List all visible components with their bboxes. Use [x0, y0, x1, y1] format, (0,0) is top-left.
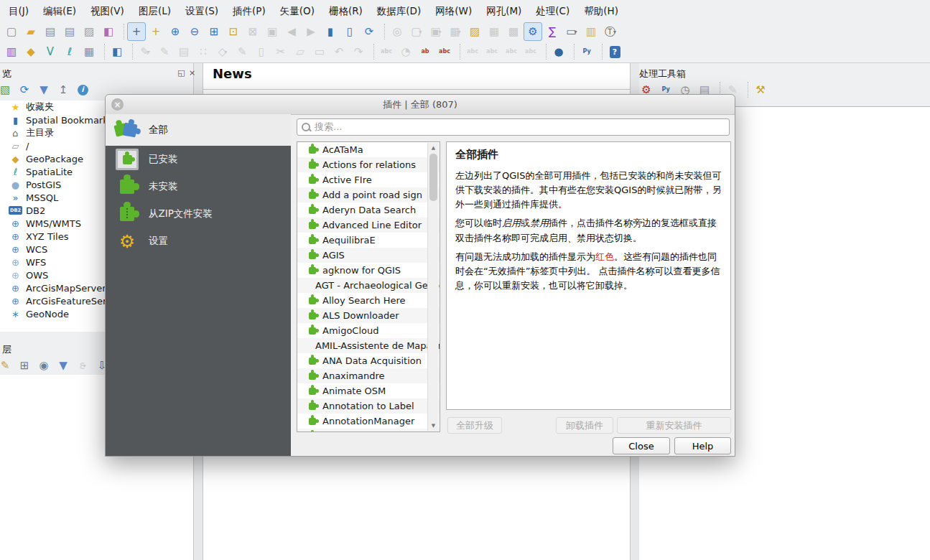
new-geopackage-icon[interactable]: ◆: [22, 42, 40, 61]
statistics-summary-icon[interactable]: ∑: [543, 22, 562, 41]
menu-item-12[interactable]: 帮助(H): [577, 0, 626, 22]
add-group-icon[interactable]: ⊞: [15, 356, 34, 375]
open-project-icon[interactable]: ▰: [22, 22, 40, 41]
snapping-options-icon[interactable]: ▨: [465, 22, 484, 41]
measure-icon[interactable]: ▭▾: [562, 22, 581, 41]
plugin-row-19[interactable]: AnotherDXF2Shape: [297, 429, 440, 432]
new-print-layout-icon[interactable]: ▨: [80, 22, 98, 41]
new-bookmark-icon[interactable]: ▮: [321, 22, 340, 41]
new-virtual-layer-icon[interactable]: ▦: [80, 42, 98, 61]
plugin-row-17[interactable]: Annotation to Label: [297, 398, 440, 414]
plugin-row-12[interactable]: AmigoCloud: [297, 323, 440, 338]
plugin-row-1[interactable]: Actions for relations: [297, 157, 440, 172]
plugin-icon: [309, 177, 316, 184]
menu-item-1[interactable]: 编辑(E): [36, 0, 83, 22]
plugin-row-14[interactable]: ANA Data Acquisition: [297, 353, 440, 368]
plugin-row-13[interactable]: AMIL-Assistente de Mapa In: [297, 338, 440, 353]
close-button[interactable]: Close: [613, 437, 670, 454]
geonode-icon: ∗: [10, 309, 21, 319]
menu-item-5[interactable]: 插件(P): [225, 0, 273, 22]
dialog-tab-settings[interactable]: ⚙设置: [106, 228, 291, 255]
show-hidden-labels-icon: abc: [463, 42, 482, 61]
zoom-in-icon[interactable]: ⊕: [166, 22, 185, 41]
help-contents-icon[interactable]: ?: [605, 42, 624, 61]
metasearch-icon[interactable]: ●: [549, 42, 568, 61]
scroll-thumb[interactable]: [429, 154, 437, 201]
plugin-row-0[interactable]: AcATaMa: [297, 142, 440, 157]
scroll-up-icon[interactable]: ▲: [428, 143, 439, 153]
plugin-list-scrollbar[interactable]: ▲ ▼: [427, 143, 439, 431]
plugin-row-8[interactable]: agknow for QGIS: [297, 263, 440, 278]
float-panel-icon[interactable]: ◱: [177, 68, 186, 78]
plugin-row-10[interactable]: Alloy Search Here: [297, 293, 440, 308]
plugin-row-15[interactable]: Anaximandre: [297, 368, 440, 383]
menu-item-0[interactable]: 目(J): [1, 0, 36, 22]
menu-item-6[interactable]: 矢量(O): [273, 0, 322, 22]
show-bookmarks-icon[interactable]: ▯: [340, 22, 359, 41]
options-wrench-icon[interactable]: ⚒: [751, 80, 770, 99]
layer-styling-icon[interactable]: ◧: [108, 42, 126, 61]
menu-item-9[interactable]: 网络(W): [428, 0, 479, 22]
pan-to-selection-icon[interactable]: +: [147, 22, 165, 41]
dialog-tab-install-from-zip[interactable]: 从ZIP文件安装: [106, 200, 291, 228]
open-layer-styling-icon[interactable]: ✎: [0, 356, 14, 375]
browser-item-label: Spatial Bookmarks: [26, 115, 113, 126]
plugin-name: Active FIre: [322, 174, 372, 185]
plugin-row-2[interactable]: Active FIre: [297, 172, 440, 187]
dialog-tab-installed[interactable]: 已安装: [106, 146, 291, 173]
save-project-icon[interactable]: ▤: [41, 22, 60, 41]
text-annotation-icon[interactable]: Ⓣ▾: [601, 22, 620, 41]
plugin-row-11[interactable]: ALS Downloader: [297, 308, 440, 323]
python-console-icon[interactable]: Py: [577, 42, 596, 61]
new-shapefile-icon[interactable]: V: [41, 42, 60, 61]
menu-item-7[interactable]: 栅格(R): [322, 0, 370, 22]
info-icon[interactable]: i: [73, 80, 92, 99]
menu-item-4[interactable]: 设置(S): [178, 0, 225, 22]
new-temporary-layer-icon[interactable]: ▥: [2, 42, 21, 61]
menu-item-3[interactable]: 图层(L): [131, 0, 178, 22]
highlight-labels-icon[interactable]: abc: [435, 42, 454, 61]
menu-item-11[interactable]: 处理(C): [529, 0, 577, 22]
close-panel-icon[interactable]: ×: [187, 68, 197, 78]
dialog-close-icon[interactable]: ×: [111, 98, 124, 111]
pan-map-icon[interactable]: +: [127, 22, 146, 41]
deselect-features-icon: ▣▾: [427, 22, 445, 41]
refresh-icon[interactable]: ⟳: [360, 22, 378, 41]
pin-labels-icon[interactable]: ab: [416, 42, 434, 61]
plugin-row-9[interactable]: AGT - Archaeological Geoph: [297, 278, 440, 293]
new-project-icon[interactable]: ▢: [2, 22, 21, 41]
plugin-row-7[interactable]: AGIS: [297, 248, 440, 263]
plugin-row-4[interactable]: Aderyn Data Search: [297, 202, 440, 218]
plugins-all-icon: [113, 119, 141, 141]
menu-item-2[interactable]: 视图(V): [83, 0, 131, 22]
manage-visibility-icon[interactable]: ◉: [34, 356, 53, 375]
plugin-row-18[interactable]: AnnotationManager: [297, 414, 440, 429]
plugin-row-6[interactable]: AequilibraE: [297, 233, 440, 248]
menu-item-8[interactable]: 数据库(D): [370, 0, 428, 22]
zoom-to-selection-icon[interactable]: ⊡: [224, 22, 243, 41]
help-button[interactable]: Help: [674, 437, 731, 454]
undo-icon: ↶: [330, 42, 348, 61]
map-tips-icon[interactable]: ▥: [582, 22, 600, 41]
plugin-row-5[interactable]: Advanced Line Editor: [297, 218, 440, 233]
plugin-row-3[interactable]: Add a point road sign: [297, 187, 440, 202]
home-icon: ⌂: [10, 128, 21, 139]
plugin-search-input[interactable]: 搜索...: [297, 118, 730, 136]
dialog-tab-not-installed[interactable]: 未安装: [106, 173, 291, 200]
menu-item-10[interactable]: 网孔(M): [479, 0, 529, 22]
filter-browser-icon[interactable]: ▼: [34, 80, 53, 99]
plugin-row-16[interactable]: Animate OSM: [297, 383, 440, 398]
zoom-out-icon[interactable]: ⊖: [185, 22, 204, 41]
new-spatialite-icon[interactable]: ℓ: [60, 42, 79, 61]
add-layer-icon[interactable]: ▧: [0, 80, 14, 99]
dialog-tab-all[interactable]: 全部: [106, 114, 291, 146]
filter-legend-icon[interactable]: ▼: [54, 356, 73, 375]
style-manager-icon[interactable]: ◧: [99, 22, 118, 41]
zoom-full-icon[interactable]: ⊞: [205, 22, 223, 41]
refresh-icon[interactable]: ⟳: [15, 80, 34, 99]
collapse-tree-icon[interactable]: ↥: [54, 80, 73, 99]
scroll-down-icon[interactable]: ▼: [428, 421, 439, 431]
save-project-as-icon[interactable]: ▤: [60, 22, 79, 41]
processing-toolbox-icon[interactable]: ⚙: [524, 22, 542, 41]
dialog-titlebar[interactable]: × 插件 | 全部 (807): [106, 95, 735, 115]
